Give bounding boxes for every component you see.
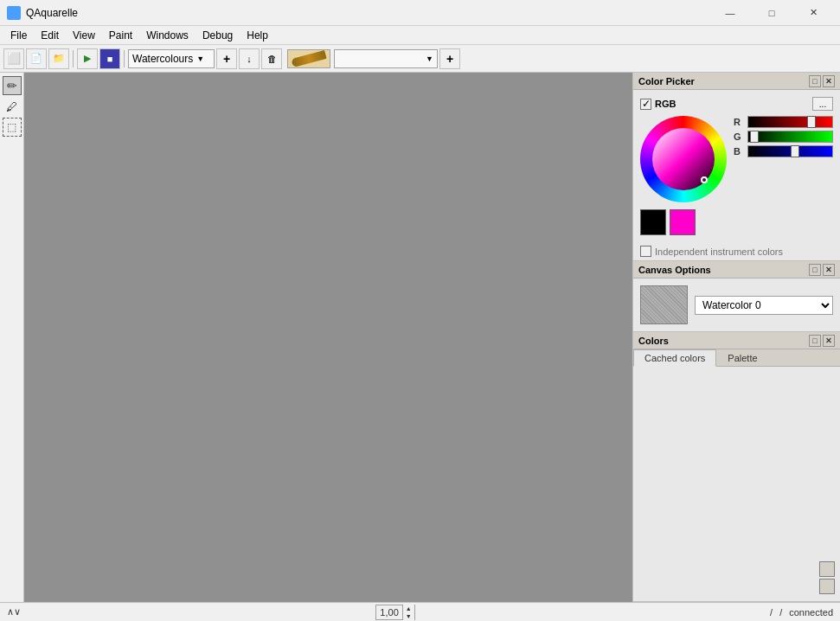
title-bar: QAquarelle — □ ✕ [0, 0, 840, 26]
extra-dropdown-arrow: ▼ [426, 54, 433, 63]
colors-header-buttons: □ ✕ [809, 335, 835, 347]
r-slider-thumb [807, 116, 816, 128]
independent-colors-checkbox[interactable] [640, 246, 651, 257]
toolbar-download-brush-button[interactable]: ↓ [239, 48, 260, 69]
app-title: QAquarelle [26, 7, 78, 19]
brush-dropdown-arrow: ▼ [196, 54, 204, 63]
canvas-options-close-button[interactable]: ✕ [823, 264, 835, 276]
tab-palette[interactable]: Palette [716, 349, 768, 366]
menu-windows[interactable]: Windows [139, 28, 196, 43]
b-slider-row: B [734, 145, 833, 157]
brush-preview [287, 49, 330, 68]
colors-close-button[interactable]: ✕ [823, 335, 835, 347]
menu-debug[interactable]: Debug [196, 28, 240, 43]
toolbar-open-file-button[interactable]: 📄 [26, 48, 47, 69]
canvas-options-title: Canvas Options [638, 265, 711, 275]
b-slider[interactable] [747, 145, 833, 157]
color-picker-close-button[interactable]: ✕ [823, 75, 835, 87]
canvas-options-expand-button[interactable]: □ [809, 264, 821, 276]
brush-shape-icon [291, 49, 326, 67]
window-controls: — □ ✕ [710, 0, 833, 26]
menu-file[interactable]: File [3, 28, 34, 43]
color-wheel[interactable] [640, 116, 727, 202]
menu-paint[interactable]: Paint [102, 28, 139, 43]
g-slider[interactable] [747, 131, 833, 143]
color-mode-more-button[interactable]: ... [812, 97, 833, 111]
zoom-down-button[interactable]: ▼ [402, 612, 414, 620]
status-center: 1,00 ▲ ▼ [375, 605, 414, 620]
canvas-options-panel: Canvas Options □ ✕ Watercolor 0 Watercol… [633, 261, 840, 332]
toolbar-stop-button[interactable]: ■ [99, 48, 120, 69]
brush-dropdown-label: Watercolours [132, 53, 193, 65]
toolbar-separator-2 [124, 50, 125, 67]
extra-dropdown[interactable]: ▼ [334, 49, 438, 68]
status-right: / / connected [770, 607, 833, 618]
tab-cached-colors[interactable]: Cached colors [633, 349, 716, 367]
color-wheel-area: R G B [640, 116, 833, 202]
color-picker-title: Color Picker [638, 76, 695, 86]
cached-swatch-2[interactable] [819, 579, 835, 594]
zoom-up-button[interactable]: ▲ [402, 605, 414, 612]
app-icon [7, 6, 21, 20]
g-label: G [734, 131, 744, 142]
independent-colors-row: Independent instrument colors [633, 242, 840, 260]
colors-panel: Colors □ ✕ Cached colors Palette [633, 332, 840, 602]
color-wheel-cursor [701, 176, 708, 183]
menu-edit[interactable]: Edit [34, 28, 66, 43]
b-slider-thumb [791, 145, 799, 157]
close-button[interactable]: ✕ [793, 0, 833, 26]
toolbar-plus-button[interactable]: + [439, 48, 460, 69]
status-slash-2: / [779, 607, 782, 618]
color-sliders: R G B [734, 116, 833, 157]
right-panel: Color Picker □ ✕ ✓ RGB ... [632, 73, 840, 602]
status-slash-1: / [770, 607, 773, 618]
r-slider[interactable] [747, 116, 833, 128]
canvas-area[interactable] [24, 73, 632, 602]
g-slider-thumb [750, 131, 759, 143]
brush-dropdown[interactable]: Watercolours ▼ [128, 49, 215, 68]
canvas-type-select[interactable]: Watercolor 0 Watercolor 1 Watercolor 2 S… [695, 296, 833, 315]
primary-color-swatch[interactable] [640, 209, 666, 235]
colors-tabs: Cached colors Palette [633, 349, 840, 367]
menu-bar: File Edit View Paint Windows Debug Help [0, 26, 840, 45]
colors-content [633, 367, 840, 601]
toolbar-new-button[interactable]: ⬜ [3, 48, 24, 69]
minimize-button[interactable]: — [710, 0, 750, 26]
selection-tool-button[interactable]: ⬚ [3, 118, 22, 137]
zoom-value: 1,00 [376, 607, 401, 618]
toolbar-add-brush-button[interactable]: + [216, 48, 237, 69]
color-swatches-row [640, 209, 833, 235]
toolbar-delete-brush-button[interactable]: 🗑 [261, 48, 282, 69]
zoom-arrows: ▲ ▼ [402, 605, 414, 620]
maximize-button[interactable]: □ [752, 0, 792, 26]
secondary-color-swatch[interactable] [670, 209, 696, 235]
title-bar-left: QAquarelle [7, 6, 78, 20]
menu-view[interactable]: View [66, 28, 102, 43]
cached-swatch-1[interactable] [819, 561, 835, 577]
toolbar: ⬜ 📄 📁 ▶ ■ Watercolours ▼ + ↓ 🗑 ▼ + [0, 45, 840, 73]
rgb-checkbox[interactable]: ✓ [640, 99, 651, 110]
status-connected: connected [789, 607, 833, 618]
brush-tool-button[interactable]: ✏ [3, 76, 22, 95]
color-picker-content: ✓ RGB ... [633, 90, 840, 242]
eyedropper-tool-button[interactable]: 🖊 [3, 97, 22, 116]
color-picker-header: Color Picker □ ✕ [633, 73, 840, 90]
colors-title: Colors [638, 336, 669, 346]
r-slider-row: R [734, 116, 833, 128]
canvas-options-content: Watercolor 0 Watercolor 1 Watercolor 2 S… [633, 278, 840, 331]
zoom-control: 1,00 ▲ ▼ [375, 605, 414, 620]
menu-help[interactable]: Help [240, 28, 275, 43]
b-label: B [734, 146, 744, 157]
color-picker-panel: Color Picker □ ✕ ✓ RGB ... [633, 73, 840, 261]
status-left: ∧∨ [7, 606, 21, 618]
color-picker-expand-button[interactable]: □ [809, 75, 821, 87]
main-area: ✏ 🖊 ⬚ Color Picker □ ✕ ✓ RGB ... [0, 73, 840, 602]
colors-expand-button[interactable]: □ [809, 335, 821, 347]
canvas-texture-preview [640, 285, 688, 324]
r-label: R [734, 117, 744, 127]
rgb-mode-row: ✓ RGB ... [640, 97, 833, 111]
toolbar-play-button[interactable]: ▶ [77, 48, 98, 69]
toolbar-open-folder-button[interactable]: 📁 [48, 48, 69, 69]
colors-header: Colors □ ✕ [633, 332, 840, 349]
color-picker-header-buttons: □ ✕ [809, 75, 835, 87]
